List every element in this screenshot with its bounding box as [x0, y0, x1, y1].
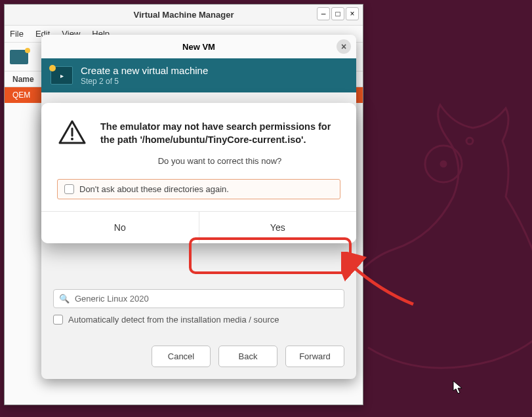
maximize-button[interactable]: □ [331, 7, 344, 20]
dialog-titlebar: New VM × [41, 35, 356, 58]
no-button[interactable]: No [41, 212, 199, 243]
back-button[interactable]: Back [218, 346, 277, 367]
autodetect-label: Automatically detect from the installati… [68, 315, 279, 325]
titlebar: Virtual Machine Manager – □ × [5, 5, 363, 26]
warning-icon [58, 120, 86, 148]
dont-ask-label: Don't ask about these directories again. [79, 184, 229, 194]
window-title: Virtual Machine Manager [134, 10, 234, 20]
svg-point-4 [71, 138, 73, 140]
dialog-title: New VM [182, 42, 215, 52]
autodetect-checkbox[interactable] [53, 315, 63, 325]
forward-button[interactable]: Forward [285, 346, 344, 367]
yes-button[interactable]: Yes [199, 212, 357, 243]
wizard-header: Create a new virtual machine Step 2 of 5 [41, 58, 356, 92]
os-selector[interactable]: 🔍 Generic Linux 2020 [53, 289, 344, 308]
wizard-title: Create a new virtual machine [81, 65, 208, 77]
autodetect-checkbox-row[interactable]: Automatically detect from the installati… [53, 315, 344, 325]
wizard-step: Step 2 of 5 [81, 77, 208, 86]
menu-file[interactable]: File [10, 29, 24, 39]
cancel-button[interactable]: Cancel [152, 346, 211, 367]
mouse-cursor-icon [453, 380, 464, 395]
alert-question: Do you want to correct this now? [100, 156, 339, 166]
svg-point-0 [466, 138, 473, 144]
os-value: Generic Linux 2020 [75, 294, 149, 304]
alert-heading: The emulator may not have search permiss… [100, 120, 339, 147]
permission-alert-dialog: The emulator may not have search permiss… [41, 103, 356, 243]
close-button[interactable]: × [346, 7, 359, 20]
svg-point-2 [441, 161, 446, 167]
dont-ask-checkbox[interactable] [64, 184, 74, 194]
search-icon: 🔍 [59, 294, 70, 304]
new-vm-icon[interactable] [10, 50, 28, 64]
dialog-close-button[interactable]: × [337, 39, 351, 54]
minimize-button[interactable]: – [317, 7, 330, 20]
monitor-icon [51, 66, 73, 85]
dont-ask-checkbox-row[interactable]: Don't ask about these directories again. [57, 179, 340, 199]
